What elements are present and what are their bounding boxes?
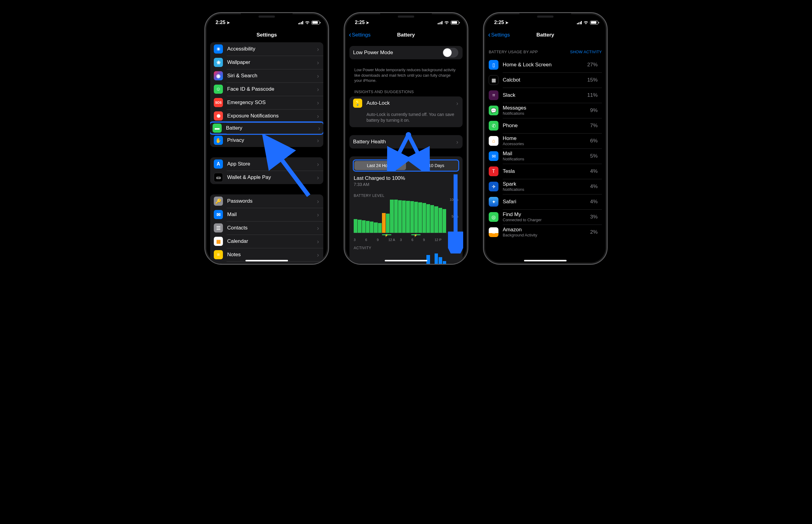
- bolt-icon: ⚡: [413, 234, 417, 237]
- settings-row-app-store[interactable]: AApp Store›: [210, 157, 323, 171]
- reminders-icon: ☑: [214, 263, 223, 264]
- cellular-icon: [298, 21, 304, 24]
- battery-bar: [370, 222, 373, 233]
- back-button[interactable]: ‹ Settings: [488, 32, 510, 38]
- app-row-safari[interactable]: ✦Safari4%: [489, 194, 602, 209]
- insights-header: INSIGHTS AND SUGGESTIONS: [350, 89, 462, 96]
- activity-bar: [426, 255, 430, 264]
- app-row-phone[interactable]: ✆Phone7%: [489, 118, 602, 133]
- battery-health-row[interactable]: Battery Health ›: [350, 135, 462, 148]
- battery-scroll[interactable]: Low Power Mode Low Power Mode temporaril…: [344, 42, 468, 264]
- app-sublabel: Notifications: [503, 187, 590, 192]
- activity-bar: [435, 253, 438, 264]
- spark-icon: ✈: [489, 182, 498, 192]
- home-indicator[interactable]: [385, 260, 427, 261]
- row-label: Mail: [227, 212, 315, 217]
- chevron-right-icon: ›: [317, 225, 319, 231]
- app-usage-value: 6%: [590, 138, 597, 144]
- app-row-calcbot[interactable]: ▦Calcbot15%: [489, 72, 602, 88]
- battery-status-icon: [311, 21, 320, 24]
- settings-row-exposure-notifications[interactable]: ✺Exposure Notifications›: [210, 109, 323, 122]
- settings-row-privacy[interactable]: ✋Privacy›: [210, 134, 323, 147]
- app-usage-value: 15%: [587, 77, 597, 83]
- row-label: Siri & Search: [227, 73, 315, 79]
- app-usage-value: 4%: [590, 183, 597, 190]
- battery-bar: [439, 208, 442, 233]
- battery-level-chart: 100% 50% ⚡ ⚡: [354, 200, 458, 233]
- seg-24h[interactable]: Last 24 Hours: [354, 161, 406, 170]
- settings-row-passwords[interactable]: 🔑Passwords›: [210, 194, 323, 208]
- settings-row-face-id-passcode[interactable]: ☺Face ID & Passcode›: [210, 82, 323, 96]
- chevron-right-icon: ›: [456, 100, 458, 106]
- status-time: 2:25: [216, 20, 225, 25]
- back-label: Settings: [352, 32, 370, 38]
- insights-group: 💡 Auto-Lock › Auto-Lock is currently tur…: [350, 96, 462, 128]
- row-label: App Store: [227, 161, 315, 167]
- home-indicator[interactable]: [246, 260, 288, 261]
- app-row-home-lock-screen[interactable]: ▯Home & Lock Screen27%: [489, 57, 602, 72]
- app-row-spark[interactable]: ✈SparkNotifications4%: [489, 179, 602, 194]
- xtick: 9: [423, 238, 435, 242]
- calcbot-icon: ▦: [489, 75, 498, 85]
- phone-battery-usage: 2:25 ➤ ‹ Settings Battery BATTERY USAGE …: [483, 12, 608, 265]
- faceid-icon: ☺: [214, 85, 223, 94]
- app-row-find-my[interactable]: ◎Find MyConnected to Charger3%: [489, 209, 602, 225]
- bolt-icon: ⚡: [384, 234, 388, 237]
- settings-row-wallet-apple-pay[interactable]: ▭Wallet & Apple Pay›: [210, 171, 323, 184]
- app-sublabel: Notifications: [503, 111, 590, 116]
- row-label: Calendar: [227, 238, 315, 244]
- app-usage-value: 2%: [590, 229, 597, 235]
- chevron-right-icon: ›: [317, 46, 319, 52]
- app-row-amazon[interactable]: aAmazonBackground Activity2%: [489, 225, 602, 240]
- row-label: Low Power Mode: [353, 50, 442, 56]
- settings-row-calendar[interactable]: ▦Calendar›: [210, 235, 323, 248]
- app-label: Find My: [503, 212, 590, 217]
- chevron-left-icon: ‹: [488, 31, 491, 38]
- location-icon: ➤: [226, 20, 230, 25]
- battery-status-icon: [451, 21, 459, 24]
- low-power-toggle[interactable]: [442, 48, 458, 58]
- settings-row-notes[interactable]: ≡Notes›: [210, 248, 323, 261]
- settings-row-reminders[interactable]: ☑Reminders›: [210, 261, 323, 264]
- settings-list[interactable]: ☀︎Accessibility›❀Wallpaper›◉Siri & Searc…: [205, 42, 328, 264]
- back-button[interactable]: ‹ Settings: [349, 32, 370, 38]
- seg-10d[interactable]: Last 10 Days: [406, 161, 458, 170]
- settings-row-mail[interactable]: ✉Mail›: [210, 208, 323, 221]
- row-label: Passwords: [227, 198, 315, 204]
- settings-group-3: 🔑Passwords›✉Mail›☰Contacts›▦Calendar›≡No…: [210, 194, 323, 264]
- settings-row-contacts[interactable]: ☰Contacts›: [210, 221, 323, 235]
- settings-row-siri-search[interactable]: ◉Siri & Search›: [210, 69, 323, 82]
- settings-row-battery[interactable]: ▬Battery›: [210, 121, 323, 135]
- notes-icon: ≡: [214, 250, 223, 259]
- low-power-mode-row[interactable]: Low Power Mode: [350, 46, 462, 59]
- settings-row-accessibility[interactable]: ☀︎Accessibility›: [210, 42, 323, 56]
- appstore-icon: A: [214, 160, 223, 168]
- last-charged-title: Last Charged to 100%: [354, 175, 458, 181]
- app-label: Messages: [503, 105, 590, 111]
- battery-bar: [414, 202, 418, 233]
- settings-row-emergency-sos[interactable]: SOSEmergency SOS›: [210, 96, 323, 109]
- exposure-icon: ✺: [214, 111, 223, 120]
- app-label: Slack: [503, 92, 587, 98]
- home-indicator[interactable]: [524, 260, 566, 261]
- row-label: Notes: [227, 252, 315, 258]
- usage-scroll[interactable]: BATTERY USAGE BY APP SHOW ACTIVITY ▯Home…: [484, 42, 607, 264]
- page-title: Battery: [397, 32, 415, 38]
- app-row-messages[interactable]: 💬MessagesNotifications9%: [489, 103, 602, 118]
- settings-row-wallpaper[interactable]: ❀Wallpaper›: [210, 56, 323, 69]
- app-row-slack[interactable]: ⌗Slack11%: [489, 88, 602, 103]
- chevron-right-icon: ›: [317, 86, 319, 92]
- show-activity-button[interactable]: SHOW ACTIVITY: [570, 50, 602, 54]
- lpm-description: Low Power Mode temporarily reduces backg…: [350, 65, 462, 89]
- chevron-left-icon: ‹: [349, 31, 351, 38]
- chevron-right-icon: ›: [317, 174, 319, 180]
- battery-bar: [390, 200, 393, 233]
- wallpaper-icon: ❀: [214, 58, 223, 67]
- time-range-segmented[interactable]: Last 24 Hours Last 10 Days: [353, 160, 459, 171]
- app-row-home[interactable]: ⌂HomeAccessories6%: [489, 133, 602, 148]
- app-row-mail[interactable]: ✉MailNotifications5%: [489, 148, 602, 164]
- autolock-row[interactable]: 💡 Auto-Lock ›: [350, 96, 462, 110]
- low-power-mode-group: Low Power Mode: [350, 46, 462, 59]
- app-row-tesla[interactable]: TTesla4%: [489, 164, 602, 179]
- app-label: Safari: [503, 199, 590, 205]
